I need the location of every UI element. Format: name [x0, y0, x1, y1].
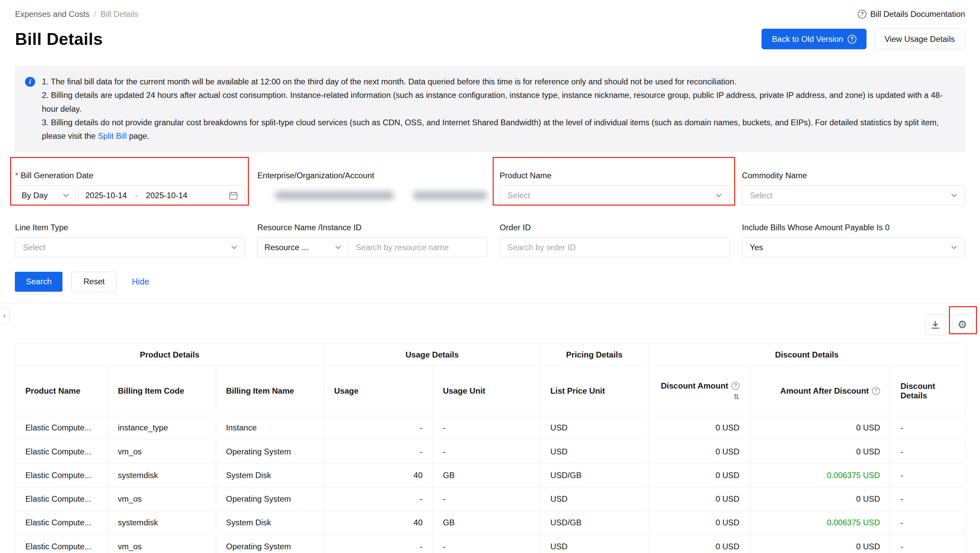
date-range-picker[interactable]: 2025-10-14 - 2025-10-14	[78, 185, 245, 205]
table-cell: USD	[540, 416, 648, 440]
filter-actions: Search Reset Hide	[15, 272, 965, 292]
help-circle-icon[interactable]: ?	[872, 387, 880, 395]
chevron-down-icon	[63, 194, 69, 197]
filter-product-name: Product Name Select	[500, 171, 730, 205]
table-cell: -	[433, 440, 540, 463]
table-cell: Elastic Compute...	[15, 416, 108, 440]
table-cell: Elastic Compute...	[15, 487, 108, 511]
back-to-old-version-button[interactable]: Back to Old Version ?	[762, 29, 867, 49]
column-header-billing-item-name: Billing Item Name	[216, 366, 324, 416]
reset-button[interactable]: Reset	[71, 272, 117, 292]
download-button[interactable]	[925, 315, 946, 335]
breadcrumb-separator: /	[94, 10, 96, 19]
info-icon: i	[25, 77, 35, 87]
bill-details-page: Expenses and Costs / Bill Details ? Bill…	[0, 0, 980, 553]
table-cell: -	[324, 535, 433, 553]
documentation-link[interactable]: ? Bill Details Documentation	[858, 10, 965, 19]
table-cell: System Disk	[216, 511, 324, 534]
column-header-row: Product Name Billing Item Code Billing I…	[15, 366, 966, 416]
table-cell: Elastic Compute...	[15, 464, 108, 487]
column-group-header: Product Details	[15, 343, 324, 366]
required-marker: *	[15, 171, 18, 180]
table-row: Elastic Compute...systemdiskSystem Disk4…	[15, 511, 966, 534]
notice-line-3: 3. Billing details do not provide granul…	[42, 116, 953, 143]
table-cell: -	[890, 464, 965, 487]
table-cell: Operating System	[216, 487, 324, 511]
chevron-left-icon: ‹	[3, 311, 6, 320]
collapse-panel-handle[interactable]: ‹	[0, 307, 10, 324]
breadcrumb: Expenses and Costs / Bill Details	[15, 10, 138, 19]
table-row: Elastic Compute...vm_osOperating System-…	[15, 535, 966, 553]
column-header-discount-amount: Discount Amount ? ⇅	[648, 366, 750, 416]
end-date: 2025-10-14	[146, 191, 188, 200]
help-circle-icon: ?	[848, 35, 856, 44]
table-cell: USD	[540, 440, 648, 463]
commodity-name-select[interactable]: Select	[742, 185, 965, 205]
product-name-select[interactable]: Select	[500, 185, 730, 205]
settings-button[interactable]: ⚙	[952, 315, 972, 335]
table-row: Elastic Compute...systemdiskSystem Disk4…	[15, 464, 966, 487]
table-cell: systemdisk	[108, 511, 216, 534]
title-row: Bill Details Back to Old Version ? View …	[0, 29, 980, 49]
table-cell: vm_os	[108, 487, 216, 511]
table-cell: 0 USD	[750, 535, 890, 553]
table-cell: 0 USD	[648, 440, 750, 463]
table-cell: 0 USD	[648, 464, 750, 487]
account-value-redacted	[257, 185, 487, 205]
resource-type-select[interactable]: Resource ...	[258, 238, 348, 257]
help-circle-icon: ?	[858, 10, 867, 19]
table-cell: GB	[433, 464, 540, 487]
column-group-header: Pricing Details	[540, 343, 648, 366]
split-bill-link[interactable]: Split Bill	[98, 131, 127, 140]
search-button[interactable]: Search	[15, 272, 62, 292]
column-header-amount-after-discount: Amount After Discount ?	[750, 366, 890, 416]
chevron-down-icon	[231, 245, 237, 249]
order-id-input[interactable]	[500, 237, 730, 257]
filter-include-zero-bills: Include Bills Whose Amount Payable Is 0 …	[742, 223, 965, 257]
notice-banner: i 1. The final bill data for the current…	[15, 66, 965, 152]
column-header-usage: Usage	[324, 366, 433, 416]
line-item-type-select[interactable]: Select	[15, 237, 245, 257]
resource-search-input[interactable]	[348, 238, 487, 257]
include-zero-bills-select[interactable]: Yes	[742, 237, 965, 257]
breadcrumb-item-expenses[interactable]: Expenses and Costs	[15, 10, 89, 19]
chevron-down-icon	[951, 194, 958, 197]
start-date: 2025-10-14	[86, 191, 127, 200]
filter-line-item-type: Line Item Type Select	[15, 223, 245, 257]
chevron-down-icon	[951, 245, 958, 249]
redaction-blur	[275, 191, 394, 200]
billing-table: Product DetailsUsage DetailsPricing Deta…	[15, 343, 966, 553]
table-cell: Operating System	[216, 535, 324, 553]
notice-text: 1. The final bill data for the current m…	[42, 75, 953, 143]
table-cell: Instance	[216, 416, 324, 440]
table-cell: 0 USD	[648, 511, 750, 534]
sort-icon[interactable]: ⇅	[733, 393, 740, 401]
table-cell: Operating System	[216, 440, 324, 463]
filter-commodity-name: Commodity Name Select	[742, 171, 965, 205]
column-header-discount-details: Discount Details	[890, 366, 965, 416]
table-cell: instance_type	[108, 416, 216, 440]
date-granularity-select[interactable]: By Day	[15, 185, 76, 205]
table-cell: -	[324, 440, 433, 463]
table-cell: 0.006375 USD	[750, 511, 890, 534]
table-cell: -	[433, 535, 540, 553]
column-header-product-name: Product Name	[15, 366, 108, 416]
view-usage-details-button[interactable]: View Usage Details	[874, 29, 965, 49]
table-cell: -	[324, 416, 433, 440]
filter-label: * Bill Generation Date	[15, 171, 245, 180]
table-wrap: Product DetailsUsage DetailsPricing Deta…	[15, 343, 965, 553]
redaction-blur	[413, 191, 488, 200]
table-cell: 40	[324, 511, 433, 534]
table-row: Elastic Compute...vm_osOperating System-…	[15, 487, 966, 511]
download-icon	[931, 320, 940, 330]
gear-icon: ⚙	[958, 319, 967, 330]
hide-filters-link[interactable]: Hide	[132, 277, 149, 287]
table-cell: vm_os	[108, 535, 216, 553]
table-cell: Elastic Compute...	[15, 535, 108, 553]
table-cell: vm_os	[108, 440, 216, 463]
help-circle-icon[interactable]: ?	[732, 382, 740, 390]
top-bar: Expenses and Costs / Bill Details ? Bill…	[0, 0, 980, 19]
notice-line-1: 1. The final bill data for the current m…	[42, 75, 953, 89]
table-row: Elastic Compute...instance_typeInstance-…	[15, 416, 966, 440]
table-cell: 0 USD	[750, 416, 890, 440]
